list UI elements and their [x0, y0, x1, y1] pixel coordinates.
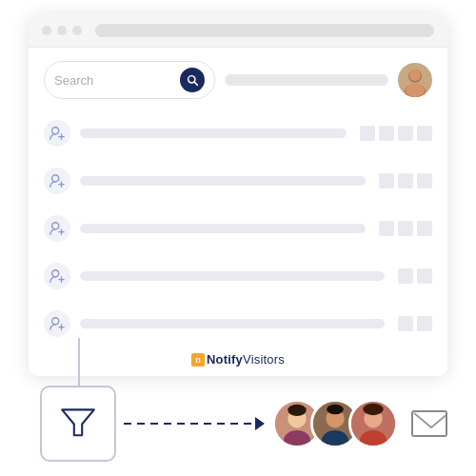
funnel-icon	[58, 402, 98, 446]
row-square	[360, 126, 375, 141]
row-square	[417, 126, 432, 141]
svg-point-6	[52, 128, 59, 134]
svg-point-9	[52, 175, 59, 182]
user-add-icon	[44, 310, 70, 337]
search-placeholder: Search	[54, 73, 174, 88]
brand-row: nNotifyVisitors	[44, 352, 432, 367]
user-row	[44, 305, 432, 343]
svg-point-18	[52, 318, 59, 325]
svg-point-31	[327, 405, 344, 415]
row-bar	[80, 129, 347, 138]
filter-box[interactable]	[40, 386, 116, 462]
row-square	[417, 316, 432, 331]
window-dot-yellow	[57, 26, 67, 35]
window-dot-green	[72, 26, 82, 35]
avatar-icon	[398, 63, 432, 97]
svg-marker-21	[62, 409, 94, 435]
user-avatar[interactable]	[398, 63, 432, 97]
brand-icon: n	[191, 353, 205, 367]
svg-point-36	[363, 404, 383, 415]
user-row	[44, 162, 432, 200]
add-user-svg	[49, 125, 66, 142]
avatar-person-3	[348, 399, 398, 448]
row-square	[398, 316, 413, 331]
search-button[interactable]	[180, 68, 205, 92]
row-squares	[379, 173, 432, 188]
brand-notify: Notify	[207, 352, 243, 367]
vertical-connector	[78, 338, 80, 386]
scene: Search	[19, 14, 457, 462]
row-squares	[398, 316, 432, 331]
row-square	[398, 126, 413, 141]
svg-point-4	[409, 69, 421, 81]
avatar-cluster	[272, 399, 398, 448]
row-bar	[80, 176, 366, 186]
user-add-icon	[44, 120, 70, 147]
window-dot-red	[42, 26, 51, 35]
user-add-icon	[44, 215, 70, 242]
arrow-head	[255, 417, 265, 430]
row-square	[398, 173, 413, 188]
user-row	[44, 209, 432, 248]
browser-body: Search	[29, 48, 447, 376]
brand-visitors: Visitors	[243, 352, 285, 367]
header-spacer	[225, 74, 388, 86]
row-squares	[360, 126, 432, 141]
row-square	[417, 268, 432, 284]
svg-line-1	[194, 82, 197, 85]
user-row	[44, 257, 432, 295]
browser-titlebar	[29, 14, 447, 48]
add-user-svg	[49, 268, 66, 285]
row-square	[417, 173, 432, 188]
row-bar	[80, 224, 366, 233]
bottom-flow	[29, 386, 447, 462]
row-bar	[80, 319, 385, 328]
browser-window: Search	[29, 14, 447, 376]
add-user-svg	[49, 172, 66, 189]
add-user-svg	[49, 220, 66, 237]
url-bar	[95, 24, 434, 37]
search-icon	[187, 74, 199, 87]
row-square	[379, 173, 394, 188]
user-add-icon	[44, 168, 70, 194]
user-row	[44, 114, 432, 152]
row-squares	[398, 268, 432, 284]
email-icon	[411, 410, 447, 437]
email-svg	[413, 412, 447, 437]
email-container	[411, 410, 447, 437]
svg-point-15	[52, 270, 59, 277]
person3-svg	[351, 399, 395, 448]
user-add-icon	[44, 263, 70, 289]
brand-name: NotifyVisitors	[207, 352, 285, 367]
funnel-svg	[58, 402, 98, 442]
svg-point-12	[52, 223, 59, 229]
search-box[interactable]: Search	[44, 61, 215, 99]
row-square	[417, 221, 432, 236]
row-square	[379, 126, 394, 141]
dashed-line	[124, 423, 255, 425]
search-row: Search	[44, 61, 432, 99]
svg-point-26	[288, 405, 306, 416]
row-square	[398, 268, 413, 284]
row-square	[398, 221, 413, 236]
add-user-svg	[49, 315, 66, 332]
svg-point-5	[406, 84, 425, 97]
dashed-arrow	[124, 417, 265, 430]
row-squares	[379, 221, 432, 236]
row-bar	[80, 271, 385, 281]
row-square	[379, 221, 394, 236]
